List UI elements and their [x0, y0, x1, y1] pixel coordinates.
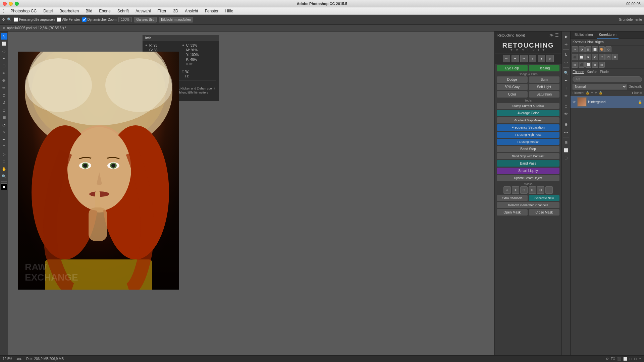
mask-icon-3[interactable]: ⊡ [520, 186, 528, 194]
status-icon-1[interactable]: ⚙ [606, 357, 609, 361]
status-icon-5[interactable]: ◻ [629, 357, 632, 361]
wand-tool[interactable]: ✦ [1, 55, 7, 62]
status-icon-3[interactable]: ⬛ [617, 357, 621, 361]
menu-bild[interactable]: Bild [83, 8, 95, 14]
menu-photoshop[interactable]: Photoshop CC [8, 8, 39, 14]
korrekturen-icon-10[interactable]: ◐ [592, 54, 598, 60]
marquee-tool[interactable]: ⬜ [1, 40, 7, 47]
avg-color-button[interactable]: Average Color [497, 110, 559, 116]
fenstergroesse-checkbox[interactable] [14, 17, 18, 22]
vt-flip-icon[interactable]: ⇔ [562, 59, 570, 66]
history-tool[interactable]: ↺ [1, 99, 7, 106]
vt-zoom-out-icon[interactable]: ⊖ [562, 121, 570, 128]
zoom-input[interactable] [118, 17, 132, 22]
gradient-tool[interactable]: ▤ [1, 114, 7, 121]
vt-move-icon[interactable]: ✛ [562, 41, 570, 48]
vt-shape-icon[interactable]: □ [562, 103, 570, 110]
korrekturen-icon-4[interactable]: ⬜ [592, 46, 598, 52]
bildschirm-ausfuellen-button[interactable]: Bildschirm ausfüllen [159, 17, 193, 22]
file-tab-name[interactable]: ophelia0095.psd bei 12,5% (RGB/16*) * [7, 26, 66, 30]
korrekturen-icon-2[interactable]: ◑ [579, 46, 585, 52]
smart-liquify-button[interactable]: Smart Liquify [497, 168, 559, 174]
color-button[interactable]: Color [497, 91, 528, 98]
dodge-button[interactable]: Dodge [497, 76, 528, 83]
korrekturen-icon-3[interactable]: ▤ [585, 46, 591, 52]
fs-median-button[interactable]: FS using Median [497, 139, 559, 145]
tk-diamond-icon[interactable]: ◊ [546, 55, 554, 62]
soft-light-button[interactable]: Soft Light [529, 84, 560, 90]
korrekturen-icon-15[interactable]: ⬛ [579, 62, 585, 68]
band-stop-button[interactable]: Band Stop [497, 146, 559, 152]
blur-tool[interactable]: ◔ [1, 121, 7, 128]
toolkit-menu-icon[interactable]: ☰ [555, 33, 559, 38]
status-icon-4[interactable]: ⬜ [623, 357, 627, 361]
stamp-button[interactable]: Stamp Current & Below [497, 103, 559, 109]
korrekturen-icon-13[interactable]: ▦ [612, 54, 618, 60]
mask-icon-6[interactable]: ☰ [545, 186, 553, 194]
crop-tool[interactable]: ⊡ [1, 62, 7, 69]
move-lock-icon[interactable]: ✛ [591, 91, 593, 95]
eye-help-button[interactable]: Eye Help [497, 65, 528, 71]
tk-brush-icon[interactable]: ✏ [520, 55, 528, 62]
menu-hilfe[interactable]: Hilfe [222, 8, 236, 14]
menu-ebene[interactable]: Ebene [96, 8, 113, 14]
vt-grid-icon[interactable]: ⊞ [562, 139, 570, 146]
blend-mode-select[interactable]: Normal [573, 84, 627, 89]
korrekturen-icon-14[interactable]: ▥ [572, 62, 578, 68]
lock-icon[interactable]: 🔒 [586, 91, 589, 95]
tk-stamp-icon[interactable]: ↑ [529, 55, 536, 62]
korrekturen-icon-9[interactable]: ▣ [585, 54, 591, 60]
korrekturen-icon-18[interactable]: ▤ [599, 62, 605, 68]
healing-button[interactable]: Healing [529, 65, 560, 71]
eraser-tool[interactable]: ◻ [1, 107, 7, 113]
vt-arrow-icon[interactable]: ▶ [562, 33, 570, 40]
korrekturen-icon-16[interactable]: ⬜ [585, 62, 591, 68]
close-mask-button[interactable]: Close Mask [529, 209, 560, 216]
tab-pfade[interactable]: Pfade [600, 70, 609, 74]
vt-rotate-icon[interactable]: ↻ [562, 51, 570, 58]
layers-search-input[interactable] [573, 76, 642, 82]
50gray-button[interactable]: 50% Gray [497, 84, 528, 90]
brush-lock-icon[interactable]: ✏ [595, 91, 597, 95]
layer-hintergrund[interactable]: 👁 Hintergrund 🔒 [571, 96, 644, 108]
menu-3d[interactable]: 3D [170, 8, 181, 14]
saturation-button[interactable]: Saturation [529, 91, 560, 98]
korrekturen-icon-11[interactable]: ⬡ [599, 54, 605, 60]
vt-expand-icon[interactable]: ⬜ [562, 146, 570, 154]
vt-text-icon[interactable]: T [562, 84, 570, 92]
vt-zoom-in-icon[interactable]: 🔍 [562, 69, 570, 76]
open-mask-button[interactable]: Open Mask [497, 209, 528, 216]
korrekturen-icon-7[interactable]: ⬛ [572, 54, 578, 60]
canvas-image[interactable]: RAW EXCHANGE [18, 52, 179, 290]
path-tool[interactable]: ▷ [1, 151, 7, 158]
all-lock-icon[interactable]: 🔒 [599, 91, 602, 95]
zoom-tool[interactable]: 🔍 [1, 173, 7, 180]
canvas-area[interactable]: Info ☰ ✒ R: 93 G: 36 B: 19 8-Bit [8, 32, 494, 355]
tab-kanaele[interactable]: Kanäle [587, 70, 597, 74]
mask-icon-4[interactable]: ⊞ [529, 186, 536, 194]
tk-pencil-icon[interactable]: ✏ [503, 55, 510, 62]
move-tool[interactable]: ↖ [1, 33, 7, 40]
status-icon-7[interactable]: ✦ [639, 357, 641, 361]
status-arrows[interactable]: ◀ ▶ [16, 357, 22, 361]
maximize-button[interactable] [15, 2, 19, 6]
tab-korrekturen[interactable]: Korrekturen [597, 32, 618, 39]
band-stop-contrast-button[interactable]: Band Stop with Contrast [497, 153, 559, 159]
dodge-tool[interactable]: ○ [1, 129, 7, 135]
minimize-button[interactable] [9, 2, 13, 6]
close-button[interactable] [3, 2, 7, 6]
left-arrow-icon[interactable]: ◀ [16, 357, 19, 361]
hand-tool[interactable]: ✋ [1, 166, 7, 172]
menu-ansicht[interactable]: Ansicht [182, 8, 201, 14]
status-icon-2[interactable]: FX [611, 357, 615, 361]
menu-filter[interactable]: Filter [155, 8, 169, 14]
pen-tool[interactable]: ✒ [1, 136, 7, 143]
vt-pen2-icon[interactable]: ✒ [562, 77, 570, 84]
file-close-icon[interactable]: × [3, 26, 5, 31]
mask-icon-1[interactable]: ○ [503, 186, 511, 194]
korrekturen-icon-17[interactable]: ▦ [592, 62, 598, 68]
tab-ebenen[interactable]: Ebenen [573, 70, 584, 74]
foreground-color[interactable]: ■ [1, 183, 7, 190]
korrekturen-icon-8[interactable]: ⬜ [579, 54, 585, 60]
text-tool[interactable]: T [1, 143, 7, 150]
